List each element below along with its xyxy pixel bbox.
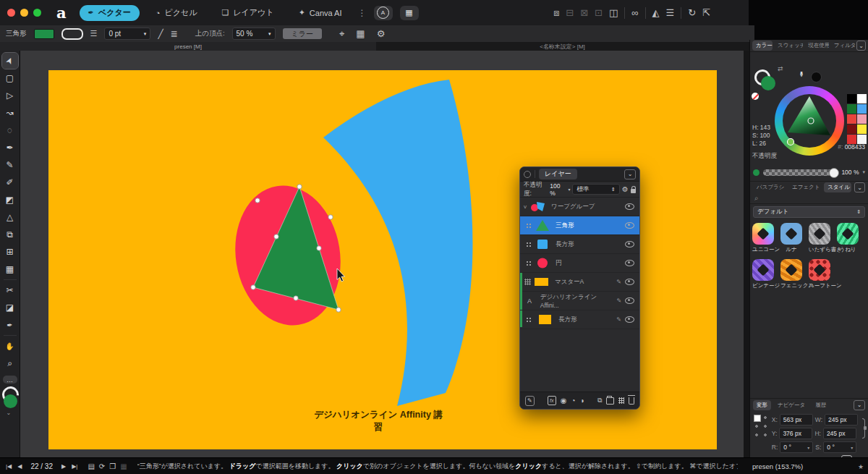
pen-tool[interactable]: ✒ [2, 140, 18, 156]
boolean-intersect-icon[interactable]: ⊠ [580, 7, 588, 18]
document-tab-presen[interactable]: presen [M] [0, 42, 376, 51]
mask-layer-icon[interactable]: ◉ [561, 397, 567, 405]
swatch[interactable] [847, 114, 856, 124]
visibility-eye-icon[interactable] [625, 297, 634, 304]
sync-pages-icon[interactable]: ⟳ [99, 462, 105, 470]
edit-layer-icon[interactable]: ✎ [525, 396, 535, 406]
visibility-eye-icon[interactable] [625, 241, 634, 247]
style-item-vintage[interactable]: ビンテージ [752, 259, 774, 289]
opacity-value[interactable]: 100 % [841, 169, 859, 176]
panel-dock-icon[interactable] [524, 171, 531, 178]
flip-horizontal-icon[interactable]: ◭ [652, 7, 660, 18]
swap-fill-stroke-icon[interactable]: ⌄ [7, 410, 12, 416]
layer-row-triangle[interactable]: 三角形 [520, 216, 639, 235]
hue-marker[interactable] [788, 139, 794, 145]
stroke-color-swatch[interactable] [61, 28, 83, 40]
stroke-style-icon[interactable]: ╱ [158, 29, 163, 39]
duplicate-layer-icon[interactable]: ⧉ [597, 397, 602, 405]
opacity-slider[interactable] [763, 169, 838, 176]
layer-row-circle[interactable]: 円 [520, 254, 639, 273]
place-image-tool[interactable]: ▦ [2, 261, 18, 277]
boolean-subtract-icon[interactable]: ⊟ [566, 7, 574, 18]
snapping-icon[interactable]: ⌖ [339, 28, 344, 40]
anchor-point-selector[interactable] [753, 414, 767, 439]
panel-menu-chevron-icon[interactable]: ⌄ [854, 182, 865, 192]
tab-effects[interactable]: エフェクト [788, 182, 821, 192]
rotation-field[interactable]: 0 °▾ [780, 441, 813, 453]
tab-color[interactable]: カラー [752, 41, 773, 51]
node-tool[interactable]: ▷ [2, 88, 18, 103]
pencil-tool[interactable]: ✎ [2, 157, 18, 173]
style-thumbnail[interactable] [780, 259, 802, 281]
panel-menu-chevron-icon[interactable]: ⌄ [624, 169, 636, 179]
style-thumbnail[interactable] [809, 223, 830, 245]
artboard-caption-text[interactable]: デジハリオンライン Affinity 講習 [311, 409, 446, 433]
translate-button[interactable]: A [374, 6, 393, 20]
persona-tab-layout[interactable]: ❏ レイアウト [213, 5, 282, 21]
search-icon[interactable]: ⌕ [754, 194, 759, 203]
knife-tool[interactable]: ✂ [2, 282, 18, 298]
live-filter-icon[interactable]: ◑ [579, 397, 584, 405]
layer-settings-gear-icon[interactable]: ⚙ [622, 185, 629, 193]
delete-layer-trash-icon[interactable] [629, 397, 634, 405]
more-personas-icon[interactable]: ⋮ [358, 8, 367, 18]
fill-gradient-tool[interactable]: ◩ [2, 192, 18, 208]
boolean-divide-icon[interactable]: ⊡ [595, 7, 603, 18]
tab-path-brushes[interactable]: パスブラシ [753, 182, 786, 192]
opacity-value[interactable]: 100 % [550, 182, 566, 197]
blend-mode-select[interactable]: 標準 ⇕ [572, 184, 619, 195]
settings-gear-icon[interactable]: ⚙ [377, 28, 386, 39]
x-field[interactable]: 563 px [780, 414, 813, 426]
fill-well-icon[interactable] [4, 394, 17, 408]
next-page-icon[interactable]: ▶ [61, 463, 66, 470]
alignment-icon[interactable]: ☰ [666, 7, 675, 18]
spread-icon[interactable]: ❐ [109, 462, 116, 470]
minimize-window-button[interactable] [20, 9, 28, 17]
fill-color-swatch[interactable] [34, 29, 54, 39]
styles-category-select[interactable]: デフォルト ⇕ [753, 206, 865, 218]
pixel-grid-icon[interactable]: ▦ [356, 28, 365, 39]
boolean-add-icon[interactable]: ⧈ [553, 7, 559, 19]
vertex-dropdown[interactable]: 50 % ▾ [232, 27, 276, 40]
swatch[interactable] [857, 114, 867, 124]
edit-pencil-icon[interactable]: ✎ [616, 297, 621, 304]
swatch[interactable] [857, 124, 867, 134]
edit-pencil-icon[interactable]: ✎ [616, 279, 621, 285]
persona-tab-vector[interactable]: ✒ ベクター [80, 5, 140, 21]
swatch[interactable] [847, 124, 856, 134]
first-page-icon[interactable]: |◀ [6, 463, 12, 470]
layer-row-rectangle[interactable]: 長方形 [520, 235, 639, 254]
tab-current[interactable]: 現在使用 [804, 41, 829, 51]
style-thumbnail[interactable] [809, 259, 830, 281]
swatch[interactable] [847, 104, 856, 114]
stroke-options-icon[interactable]: ≣ [171, 29, 178, 39]
shape-tool[interactable]: △ [2, 209, 18, 225]
swatch[interactable] [847, 94, 856, 103]
boolean-combine-icon[interactable]: ◫ [609, 7, 618, 18]
style-thumbnail[interactable] [837, 223, 859, 245]
visibility-eye-icon[interactable] [625, 279, 634, 285]
panel-menu-chevron-icon[interactable]: ⌄ [856, 41, 866, 51]
y-field[interactable]: 376 px [779, 428, 812, 439]
group-layers-folder-icon[interactable] [606, 397, 614, 405]
layer-row-warp-group[interactable]: v ワープグループ [520, 198, 639, 216]
layer-row-master-a[interactable]: マスターA ✎ [520, 273, 639, 292]
view-hand-tool[interactable]: ✋ [2, 338, 18, 354]
style-item-scribble[interactable]: いたずら書き [809, 223, 830, 253]
hsl-triangle[interactable] [775, 86, 844, 156]
contour-tool[interactable]: ↝ [2, 105, 18, 121]
link-dimensions-icon[interactable] [862, 418, 865, 439]
previous-page-icon[interactable]: ◀ [17, 463, 22, 470]
artboard-tool[interactable]: ▢ [2, 70, 18, 86]
tab-filter[interactable]: フィルタ [830, 41, 855, 51]
zoom-window-button[interactable] [33, 9, 41, 17]
style-item-halftone[interactable]: ハーフトーン [809, 259, 830, 289]
caret-down-icon[interactable]: ▾ [862, 169, 865, 175]
lock-icon[interactable] [631, 189, 636, 193]
tab-navigator[interactable]: ナビゲータ [774, 400, 809, 410]
zoom-readout[interactable]: presen (153.7%) [752, 462, 803, 470]
adjustment-layer-icon[interactable]: ◔ [571, 397, 575, 405]
visibility-eye-icon[interactable] [625, 222, 634, 229]
corner-tool[interactable]: ◌ [2, 122, 18, 138]
style-link-icon[interactable]: ∞ [631, 7, 638, 18]
